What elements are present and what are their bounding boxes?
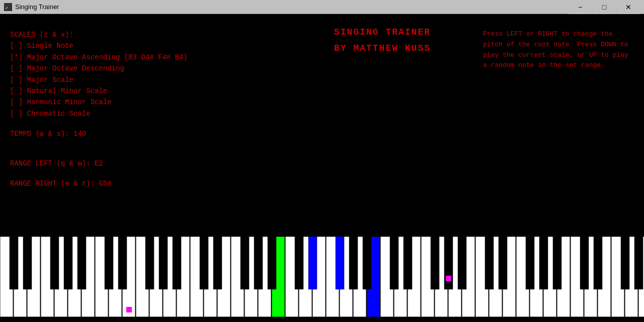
svg-rect-51 <box>23 236 32 289</box>
svg-rect-56 <box>118 236 127 289</box>
svg-rect-81 <box>594 236 602 289</box>
scale-item: [ ] Major Scale <box>10 74 282 86</box>
app-title-line2: BY MATTHEW KUSS <box>334 40 431 56</box>
svg-rect-64 <box>268 236 276 289</box>
scale-item: [ ] Major Octave Descending <box>10 63 282 74</box>
left-panel: SCALES (z & x): [ ] Single Note[*] Major… <box>10 19 282 190</box>
svg-rect-76 <box>499 236 507 289</box>
svg-text:♪: ♪ <box>5 5 8 11</box>
right-panel: Press LEFT or RIGHT to change the pitch … <box>483 19 634 190</box>
scale-item: [ ] Chromatic Scale <box>10 108 282 119</box>
svg-rect-61 <box>213 236 222 289</box>
svg-rect-52 <box>50 236 59 289</box>
svg-rect-82 <box>621 236 629 289</box>
svg-rect-71 <box>404 236 412 289</box>
svg-rect-85 <box>446 276 451 281</box>
svg-rect-73 <box>444 236 453 289</box>
svg-rect-79 <box>553 236 561 289</box>
maximize-button[interactable]: □ <box>593 0 616 14</box>
instructions-text: Press LEFT or RIGHT to change the pitch … <box>483 29 634 71</box>
svg-rect-68 <box>349 236 358 289</box>
svg-rect-77 <box>526 236 534 289</box>
scale-item: [*] Major Octave Ascending (B3 D4# F4# B… <box>10 52 282 63</box>
svg-rect-69 <box>363 236 371 289</box>
svg-rect-66 <box>308 236 317 289</box>
svg-rect-75 <box>485 236 494 289</box>
range-right-label: RANGE RIGHT (e & r): G5# <box>10 178 282 189</box>
app-icon: ♪ <box>4 3 12 11</box>
center-panel: SINGING TRAINER BY MATTHEW KUSS <box>282 19 483 190</box>
tempo-label: TEMPO (a & s): 140 <box>10 128 282 139</box>
svg-rect-84 <box>126 307 132 312</box>
window-title: Singing Trainer <box>15 3 59 11</box>
svg-rect-74 <box>458 236 466 289</box>
app-title-line1: SINGING TRAINER <box>334 24 431 40</box>
window-controls: − □ ✕ <box>569 0 640 14</box>
svg-rect-67 <box>336 236 344 289</box>
svg-rect-70 <box>390 236 398 289</box>
scale-item: [ ] Single Note <box>10 40 282 51</box>
svg-rect-83 <box>634 236 643 289</box>
info-area: SCALES (z & x): [ ] Single Note[*] Major… <box>0 14 644 195</box>
svg-rect-65 <box>295 236 303 289</box>
svg-rect-53 <box>64 236 72 289</box>
svg-rect-55 <box>105 236 113 289</box>
svg-rect-60 <box>200 236 208 289</box>
svg-rect-62 <box>240 236 249 289</box>
svg-rect-72 <box>431 236 439 289</box>
svg-rect-58 <box>159 236 168 289</box>
close-button[interactable]: ✕ <box>617 0 640 14</box>
minimize-button[interactable]: − <box>569 0 592 14</box>
titlebar-left: ♪ Singing Trainer <box>4 3 59 11</box>
svg-rect-59 <box>173 236 181 289</box>
main-area: SCALES (z & x): [ ] Single Note[*] Major… <box>0 14 644 322</box>
scales-header: SCALES (z & x): <box>10 29 282 40</box>
svg-rect-54 <box>77 236 86 289</box>
piano-container <box>0 231 644 322</box>
svg-rect-63 <box>254 236 263 289</box>
svg-rect-57 <box>145 236 154 289</box>
svg-rect-78 <box>539 236 548 289</box>
titlebar: ♪ Singing Trainer − □ ✕ <box>0 0 644 14</box>
svg-rect-50 <box>10 236 18 289</box>
scale-item: [ ] Harmonic Minor Scale <box>10 97 282 108</box>
svg-rect-80 <box>580 236 589 289</box>
range-left-label: RANGE LEFT (q & w): E2 <box>10 158 282 169</box>
scale-item: [ ] Natural Minor Scale <box>10 86 282 97</box>
scales-list: [ ] Single Note[*] Major Octave Ascendin… <box>10 40 282 119</box>
